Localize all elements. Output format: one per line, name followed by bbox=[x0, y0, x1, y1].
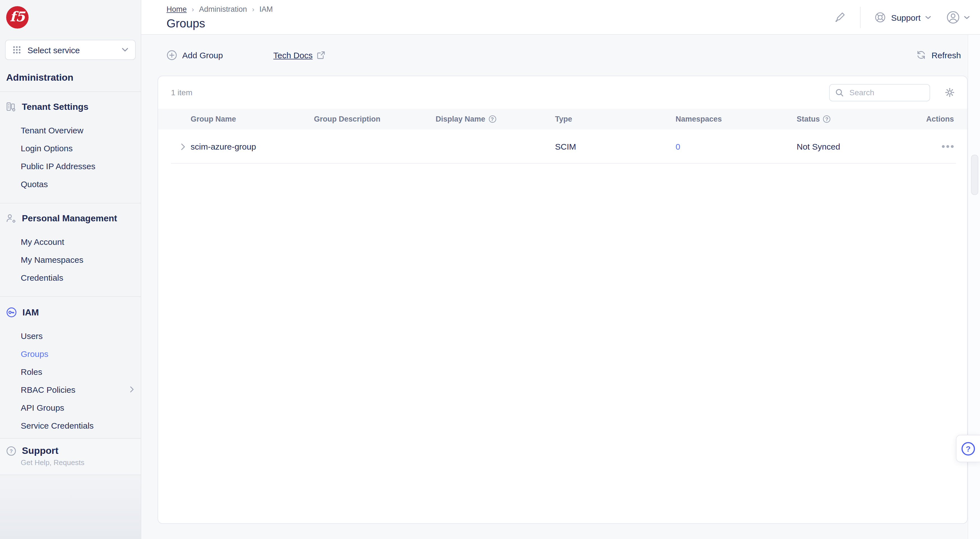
column-label: Actions bbox=[926, 115, 954, 123]
sidebar-item-roles[interactable]: Roles bbox=[0, 363, 141, 380]
column-display-name: Display Name ? bbox=[436, 115, 555, 123]
item-count: 1 item bbox=[171, 88, 829, 97]
select-service-dropdown[interactable]: Select service bbox=[5, 40, 136, 60]
refresh-icon bbox=[916, 50, 926, 60]
add-group-button[interactable]: Add Group bbox=[167, 49, 223, 60]
chevron-down-icon bbox=[964, 16, 970, 19]
person-gear-icon bbox=[6, 214, 16, 224]
help-button[interactable]: ? bbox=[956, 435, 980, 462]
sidebar-section-title: Administration bbox=[6, 72, 141, 84]
topbar: Home › Administration › IAM Groups bbox=[141, 0, 980, 35]
tech-docs-link[interactable]: Tech Docs bbox=[273, 50, 325, 60]
topbar-actions: Support bbox=[835, 0, 970, 35]
support-menu-label: Support bbox=[891, 13, 921, 22]
help-icon: ? bbox=[961, 442, 975, 455]
cell-actions bbox=[926, 145, 967, 148]
cell-type: SCIM bbox=[555, 142, 676, 151]
sidebar-item-login-options[interactable]: Login Options bbox=[0, 139, 141, 157]
table-toolbar: 1 item bbox=[158, 76, 967, 109]
breadcrumb-separator: › bbox=[192, 5, 194, 13]
sidebar-item-api-groups[interactable]: API Groups bbox=[0, 398, 141, 416]
f5-logo[interactable]: f5 bbox=[6, 6, 29, 29]
sidebar-item-label: My Namespaces bbox=[21, 255, 134, 264]
key-icon bbox=[6, 307, 17, 318]
chevron-right-icon bbox=[181, 143, 186, 151]
sidebar-item-label: Quotas bbox=[21, 179, 134, 189]
breadcrumb: Home › Administration › IAM bbox=[167, 5, 273, 13]
add-group-label: Add Group bbox=[182, 50, 223, 60]
svg-text:?: ? bbox=[10, 449, 13, 454]
breadcrumb-administration: Administration bbox=[199, 5, 247, 13]
account-menu[interactable] bbox=[946, 10, 970, 25]
sidebar-item-my-account[interactable]: My Account bbox=[0, 233, 141, 250]
question-circle-icon: ? bbox=[6, 446, 16, 456]
column-status: Status ? bbox=[797, 115, 926, 123]
breadcrumb-home-link[interactable]: Home bbox=[167, 5, 187, 13]
sidebar-item-my-namespaces[interactable]: My Namespaces bbox=[0, 250, 141, 268]
sidebar-item-credentials[interactable]: Credentials bbox=[0, 268, 141, 286]
sidebar-item-label: Tenant Overview bbox=[21, 125, 134, 135]
brush-icon[interactable] bbox=[835, 11, 847, 24]
sidebar-item-service-credentials[interactable]: Service Credentials bbox=[0, 416, 141, 434]
info-icon[interactable]: ? bbox=[823, 116, 830, 123]
life-ring-icon bbox=[874, 11, 887, 24]
table-search[interactable] bbox=[829, 84, 930, 101]
scrollbar-thumb[interactable] bbox=[971, 155, 978, 195]
breadcrumb-iam: IAM bbox=[259, 5, 273, 13]
column-label: Display Name bbox=[436, 115, 485, 123]
sidebar-item-label: Groups bbox=[21, 349, 134, 358]
sidebar-item-public-ip-addresses[interactable]: Public IP Addresses bbox=[0, 157, 141, 175]
sidebar-item-label: Users bbox=[21, 331, 134, 340]
sidebar-item-groups[interactable]: Groups bbox=[0, 345, 141, 363]
sidebar-item-label: API Groups bbox=[21, 403, 134, 412]
table-settings-button[interactable] bbox=[945, 87, 955, 97]
sidebar-group-iam: IAM Users Groups Roles RBAC Policies API… bbox=[0, 296, 141, 444]
sidebar-group-header-tenant-settings[interactable]: Tenant Settings bbox=[0, 102, 141, 121]
row-expander[interactable] bbox=[158, 143, 191, 151]
support-menu[interactable]: Support bbox=[874, 11, 931, 24]
breadcrumb-separator: › bbox=[252, 5, 254, 13]
sidebar-item-label: Public IP Addresses bbox=[21, 161, 134, 171]
scrollbar-track[interactable] bbox=[968, 35, 980, 539]
avatar-icon bbox=[946, 10, 960, 25]
grid-icon bbox=[12, 45, 21, 54]
sidebar-item-label: Login Options bbox=[21, 143, 134, 153]
sidebar-item-users[interactable]: Users bbox=[0, 327, 141, 345]
column-label: Status bbox=[797, 115, 820, 123]
gear-icon bbox=[945, 87, 955, 97]
external-link-icon bbox=[317, 51, 325, 59]
column-type: Type bbox=[555, 115, 676, 123]
sidebar-support-label: Support bbox=[22, 445, 58, 457]
topbar-divider bbox=[860, 7, 861, 28]
page-toolbar: Add Group Tech Docs Refresh bbox=[167, 45, 961, 65]
chevron-right-icon bbox=[129, 386, 134, 393]
sidebar-group-tenant-settings: Tenant Settings Tenant Overview Login Op… bbox=[0, 91, 141, 203]
actions-menu-icon[interactable] bbox=[942, 145, 954, 148]
sidebar-support-panel[interactable]: ? Support Get Help, Requests bbox=[0, 438, 141, 475]
sidebar-item-rbac-policies[interactable]: RBAC Policies bbox=[0, 380, 141, 398]
sidebar-group-header-personal-management[interactable]: Personal Management bbox=[0, 214, 141, 233]
sidebar-group-label: Personal Management bbox=[22, 214, 117, 224]
f5-console-app: f5 Select service Administration bbox=[0, 0, 980, 539]
search-input[interactable] bbox=[848, 87, 924, 97]
groups-table-card: 1 item Group Name Group Description bbox=[158, 76, 968, 524]
sidebar-item-label: Roles bbox=[21, 367, 134, 376]
sidebar-support-header: ? Support bbox=[0, 445, 141, 457]
column-label: Group Description bbox=[314, 115, 380, 123]
sidebar-item-quotas[interactable]: Quotas bbox=[0, 175, 141, 193]
table-row: scim-azure-group SCIM 0 Not Synced bbox=[158, 129, 967, 163]
column-actions: Actions bbox=[926, 115, 967, 123]
refresh-button[interactable]: Refresh bbox=[916, 50, 961, 60]
f5-logo-text: f5 bbox=[10, 10, 25, 24]
info-icon[interactable]: ? bbox=[488, 116, 496, 123]
refresh-label: Refresh bbox=[932, 50, 961, 60]
sidebar-group-label: Tenant Settings bbox=[22, 102, 89, 112]
column-label: Group Name bbox=[191, 115, 236, 123]
column-label: Type bbox=[555, 115, 572, 123]
column-label: Namespaces bbox=[676, 115, 722, 123]
table-header-row: Group Name Group Description Display Nam… bbox=[158, 109, 967, 129]
sidebar-group-header-iam[interactable]: IAM bbox=[0, 307, 141, 327]
sidebar-item-tenant-overview[interactable]: Tenant Overview bbox=[0, 121, 141, 139]
column-group-name: Group Name bbox=[191, 115, 314, 123]
cell-namespaces-link[interactable]: 0 bbox=[676, 142, 680, 151]
